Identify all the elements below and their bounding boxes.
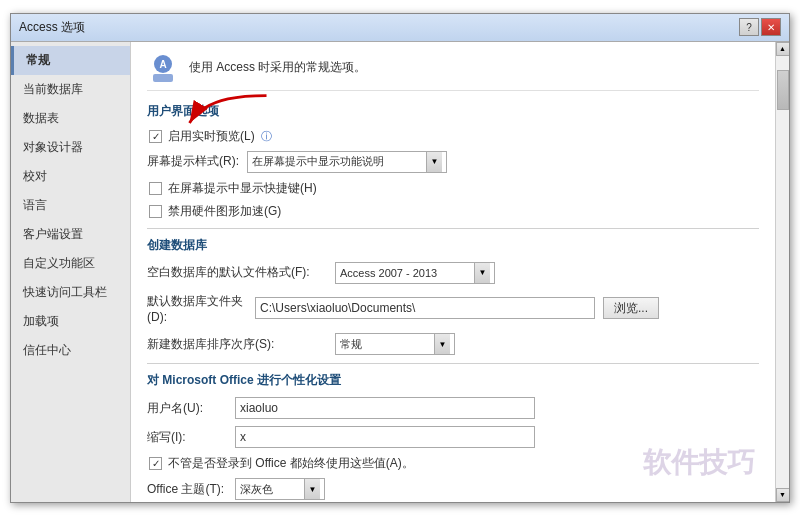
screentip-style-label: 屏幕提示样式(R): [147,153,239,170]
sort-order-dropdown[interactable]: 常规 ▼ [335,333,455,355]
show-shortcut-row: 在屏幕提示中显示快捷键(H) [149,180,759,197]
help-button[interactable]: ? [739,18,759,36]
close-button[interactable]: ✕ [761,18,781,36]
default-folder-row: 默认数据库文件夹(D): 浏览... [147,291,759,327]
access-options-dialog: Access 选项 ? ✕ 常规 当前数据库 数据表 对象设计器 校对 语言 客… [10,13,790,503]
theme-row: Office 主题(T): 深灰色 ▼ [147,478,759,500]
sidebar: 常规 当前数据库 数据表 对象设计器 校对 语言 客户端设置 自定义功能区 快速… [11,42,131,502]
default-format-dropdown[interactable]: Access 2007 - 2013 ▼ [335,262,495,284]
screentip-style-dropdown[interactable]: 在屏幕提示中显示功能说明 ▼ [247,151,447,173]
username-row: 用户名(U): [147,397,759,419]
enable-preview-checkbox[interactable] [149,130,162,143]
svg-rect-2 [153,74,173,82]
section-divider-1 [147,228,759,229]
title-bar: Access 选项 ? ✕ [11,14,789,42]
always-use-label: 不管是否登录到 Office 都始终使用这些值(A)。 [168,455,414,472]
sidebar-item-object-designer[interactable]: 对象设计器 [11,133,130,162]
sort-order-value: 常规 [340,337,430,352]
theme-arrow: ▼ [304,479,320,499]
dialog-title: Access 选项 [19,19,85,36]
enable-preview-info[interactable]: ⓘ [261,129,272,144]
header-icon: A [147,52,179,84]
disable-hw-accel-checkbox[interactable] [149,205,162,218]
default-folder-input[interactable] [255,297,595,319]
create-db-title: 创建数据库 [147,237,759,254]
screentip-style-row: 屏幕提示样式(R): 在屏幕提示中显示功能说明 ▼ [147,151,759,173]
enable-preview-label: 启用实时预览(L) [168,128,255,145]
screentip-style-value: 在屏幕提示中显示功能说明 [252,154,422,169]
default-format-row: 空白数据库的默认文件格式(F): Access 2007 - 2013 ▼ [147,262,759,284]
sidebar-item-client-settings[interactable]: 客户端设置 [11,220,130,249]
ms-office-title: 对 Microsoft Office 进行个性化设置 [147,372,759,389]
default-format-arrow: ▼ [474,263,490,283]
sort-order-label: 新建数据库排序次序(S): [147,336,327,353]
scrollbar-thumb[interactable] [777,70,789,110]
disable-hw-accel-row: 禁用硬件图形加速(G) [149,203,759,220]
theme-value: 深灰色 [240,482,300,497]
scroll-down-button[interactable]: ▼ [776,488,790,502]
content-area: 常规 当前数据库 数据表 对象设计器 校对 语言 客户端设置 自定义功能区 快速… [11,42,789,502]
main-header-text: 使用 Access 时采用的常规选项。 [189,59,366,76]
username-input[interactable] [235,397,535,419]
show-shortcut-checkbox[interactable] [149,182,162,195]
section-divider-2 [147,363,759,364]
theme-label: Office 主题(T): [147,481,227,498]
sidebar-item-language[interactable]: 语言 [11,191,130,220]
initials-input[interactable] [235,426,535,448]
sidebar-item-customize-ribbon[interactable]: 自定义功能区 [11,249,130,278]
sidebar-item-current-db[interactable]: 当前数据库 [11,75,130,104]
scrollbar[interactable]: ▲ ▼ [775,42,789,502]
always-use-checkbox[interactable] [149,457,162,470]
sidebar-item-trust-center[interactable]: 信任中心 [11,336,130,365]
sidebar-item-datasheet[interactable]: 数据表 [11,104,130,133]
theme-dropdown[interactable]: 深灰色 ▼ [235,478,325,500]
sidebar-item-addins[interactable]: 加载项 [11,307,130,336]
initials-row: 缩写(I): [147,426,759,448]
disable-hw-accel-label: 禁用硬件图形加速(G) [168,203,281,220]
sidebar-item-general[interactable]: 常规 [11,46,130,75]
default-folder-label: 默认数据库文件夹(D): [147,291,247,327]
title-bar-controls: ? ✕ [739,18,781,36]
default-format-value: Access 2007 - 2013 [340,267,470,279]
main-content: A 使用 Access 时采用的常规选项。 用户界面选项 启用实时预览(L) ⓘ… [131,42,775,502]
sidebar-item-proofing[interactable]: 校对 [11,162,130,191]
sidebar-item-quick-access[interactable]: 快速访问工具栏 [11,278,130,307]
browse-button[interactable]: 浏览... [603,297,659,319]
ui-options-title: 用户界面选项 [147,103,759,120]
always-use-row: 不管是否登录到 Office 都始终使用这些值(A)。 [149,455,759,472]
screentip-style-arrow: ▼ [426,152,442,172]
scroll-up-button[interactable]: ▲ [776,42,790,56]
sort-order-row: 新建数据库排序次序(S): 常规 ▼ [147,333,759,355]
enable-preview-row: 启用实时预览(L) ⓘ [149,128,759,145]
svg-text:A: A [159,59,166,70]
sort-order-arrow: ▼ [434,334,450,354]
show-shortcut-label: 在屏幕提示中显示快捷键(H) [168,180,317,197]
username-label: 用户名(U): [147,400,227,417]
default-format-label: 空白数据库的默认文件格式(F): [147,264,327,281]
main-header: A 使用 Access 时采用的常规选项。 [147,52,759,91]
initials-label: 缩写(I): [147,429,227,446]
